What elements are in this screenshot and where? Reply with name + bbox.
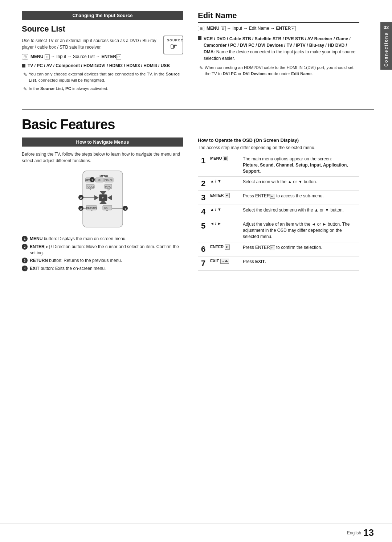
edit-menu-path-text: MENU ⊞ → Input → Edit Name → ENTER↵	[207, 26, 296, 31]
basic-features-section: Basic Features How to Navigate Menus Bef…	[22, 117, 374, 274]
side-tab-label: Connections	[384, 32, 389, 67]
osd-row-2: 2 ▲ / ▼ Select an icon with the ▲ or ▼ b…	[198, 177, 359, 191]
svg-text:2: 2	[80, 196, 82, 200]
source-note-text-1: You can only choose external devices tha…	[29, 71, 183, 84]
osd-cmd-4: ▲ / ▼	[209, 205, 241, 219]
callout-num-3: 3	[22, 258, 28, 263]
callout-item-2: 2 ENTER↵ / Direction button: Move the cu…	[22, 244, 183, 256]
source-note-2: ✎ In the Source List, PC is always activ…	[22, 86, 183, 93]
osd-desc-7: Press EXIT.	[241, 256, 359, 270]
main-content: Changing the Input Source Source List SO…	[0, 0, 392, 523]
svg-text:4: 4	[124, 207, 126, 210]
top-section: Changing the Input Source Source List SO…	[22, 11, 374, 94]
osd-num-2: 2	[198, 177, 209, 191]
callout-item-1: 1 MENU button: Displays the main on-scre…	[22, 236, 183, 242]
source-menu-path: ⊞ MENU ⊞ → Input → Source List → ENTER↵	[22, 54, 160, 59]
svg-text:MENU: MENU	[99, 174, 108, 178]
footer-lang: English	[347, 530, 361, 535]
side-tab: 02 Connections	[380, 22, 392, 70]
svg-text:↩: ↩	[90, 209, 92, 212]
hand-icon: ☞	[167, 42, 180, 52]
page-wrapper: 02 Connections Changing the Input Source…	[0, 0, 392, 542]
osd-row-4: 4 ▲ / ▼ Select the desired submenu with …	[198, 205, 359, 219]
page-footer: English 13	[0, 523, 392, 542]
note-icon-1: ✎	[23, 71, 27, 78]
source-bullets: TV / PC / AV / Component / HDMI1/DVI / H…	[22, 63, 183, 68]
source-icon-area: SOURCE ☞	[163, 36, 183, 54]
osd-num-5: 5	[198, 219, 209, 242]
svg-text:INFO: INFO	[105, 185, 111, 188]
source-list-title: Source List	[22, 24, 183, 34]
edit-name-bullet-text: VCR / DVD / Cable STB / Satellite STB / …	[204, 36, 359, 62]
source-bullet-item: TV / PC / AV / Component / HDMI1/DVI / H…	[22, 63, 183, 68]
edit-bullet-square	[198, 36, 201, 40]
section-divider	[22, 109, 374, 110]
source-list-desc: Use to select TV or an external input so…	[22, 37, 183, 50]
svg-text:ⓘ: ⓘ	[107, 188, 109, 190]
callout-text-2: ENTER↵ / Direction button: Move the curs…	[30, 244, 183, 256]
source-menu-path-text: MENU ⊞ → Input → Source List → ENTER↵	[30, 54, 121, 59]
footer-pagenum: 13	[363, 527, 374, 538]
svg-text:EXIT: EXIT	[104, 206, 110, 209]
svg-text:↵: ↵	[102, 196, 104, 200]
osd-cmd-1: MENU ⊞	[209, 154, 241, 177]
svg-text:3: 3	[80, 207, 82, 210]
osd-row-1: 1 MENU ⊞ The main menu options appear on…	[198, 154, 359, 177]
osd-num-1: 1	[198, 154, 209, 177]
edit-note-icon: ✎	[199, 65, 203, 72]
callout-item-4: 4 EXIT button: Exits the on-screen menu.	[22, 266, 183, 272]
source-label: SOURCE	[167, 38, 183, 42]
osd-row-6: 6 ENTER ↵ Press ENTER↵ to confirm the se…	[198, 242, 359, 256]
osd-desc-2: Select an icon with the ▲ or ▼ button.	[241, 177, 359, 191]
callout-text-3: RETURN button: Returns to the previous m…	[30, 258, 122, 264]
osd-num-3: 3	[198, 191, 209, 205]
source-note-text-2: In the Source List, PC is always activat…	[29, 86, 108, 92]
edit-name-bullet-1: VCR / DVD / Cable STB / Satellite STB / …	[198, 36, 359, 62]
edit-name-menu-path: ⊞ MENU ⊞ → Input → Edit Name → ENTER↵	[198, 26, 359, 31]
source-list-col: Changing the Input Source Source List SO…	[22, 11, 183, 94]
source-bullet-text: TV / PC / AV / Component / HDMI1/DVI / H…	[28, 63, 170, 68]
osd-num-7: 7	[198, 256, 209, 270]
osd-cmd-7: EXIT →⏏	[209, 256, 241, 270]
osd-cmd-5: ◄ / ►	[209, 219, 241, 242]
how-to-nav-header: How to Navigate Menus	[22, 137, 183, 147]
callout-text-1: MENU button: Displays the main on-screen…	[30, 236, 127, 242]
bottom-section: How to Navigate Menus Before using the T…	[22, 137, 374, 274]
osd-col: How to Operate the OSD (On Screen Displa…	[198, 137, 359, 274]
osd-title: How to Operate the OSD (On Screen Displa…	[198, 137, 359, 143]
edit-name-title: Edit Name	[198, 11, 359, 23]
osd-desc-5: Adjust the value of an item with the ◄ o…	[241, 219, 359, 242]
osd-row-7: 7 EXIT →⏏ Press EXIT.	[198, 256, 359, 270]
menu-icon: ⊞	[22, 54, 28, 59]
callout-list: 1 MENU button: Displays the main on-scre…	[22, 236, 183, 272]
svg-text:⏏: ⏏	[106, 209, 108, 212]
callout-num-4: 4	[22, 266, 28, 271]
how-to-nav-desc: Before using the TV, follow the steps be…	[22, 151, 183, 164]
osd-desc-6: Press ENTER↵ to confirm the selection.	[241, 242, 359, 256]
edit-name-col: Edit Name ⊞ MENU ⊞ → Input → Edit Name →…	[198, 11, 359, 94]
svg-text:FAV.CH: FAV.CH	[104, 179, 113, 181]
osd-row-5: 5 ◄ / ► Adjust the value of an item with…	[198, 219, 359, 242]
source-note-1: ✎ You can only choose external devices t…	[22, 71, 183, 84]
edit-name-note: ✎ When connecting an HDMI/DVI cable to t…	[198, 65, 359, 77]
remote-svg: MENU ⊞ MEDIA.D FAV.CH TOOLS	[63, 169, 143, 231]
edit-menu-icon: ⊞	[198, 26, 204, 31]
svg-text:TOOLS: TOOLS	[86, 185, 95, 188]
changing-input-source-header: Changing the Input Source	[22, 11, 183, 20]
note-icon-2: ✎	[23, 86, 27, 93]
osd-subtitle: The access step may differ depending on …	[198, 145, 359, 150]
callout-item-3: 3 RETURN button: Returns to the previous…	[22, 258, 183, 264]
callout-text-4: EXIT button: Exits the on-screen menu.	[30, 266, 106, 272]
osd-row-3: 3 ENTER ↵ Press ENTER↵ to access the sub…	[198, 191, 359, 205]
side-tab-number: 02	[384, 25, 389, 30]
remote-diagram: MENU ⊞ MEDIA.D FAV.CH TOOLS	[63, 169, 143, 231]
edit-name-note-text: When connecting an HDMI/DVI cable to the…	[205, 65, 359, 77]
osd-desc-4: Select the desired submenu with the ▲ or…	[241, 205, 359, 219]
osd-table: 1 MENU ⊞ The main menu options appear on…	[198, 154, 359, 271]
osd-desc-1: The main menu options appear on the scre…	[241, 154, 359, 177]
svg-text:⊞: ⊞	[98, 179, 101, 181]
osd-num-6: 6	[198, 242, 209, 256]
osd-cmd-3: ENTER ↵	[209, 191, 241, 205]
remote-diagram-area: MENU ⊞ MEDIA.D FAV.CH TOOLS	[22, 169, 183, 231]
source-icon-box: SOURCE ☞	[163, 36, 183, 54]
